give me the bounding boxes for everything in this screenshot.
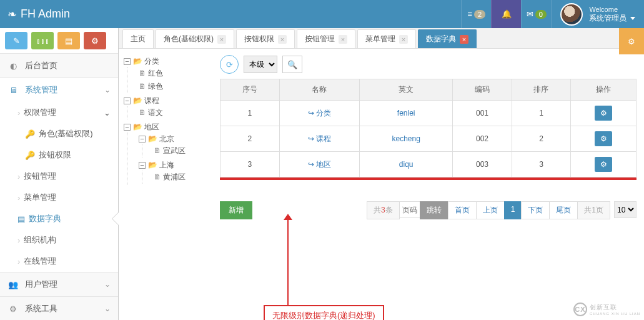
envelope-icon: ✉ xyxy=(527,9,533,19)
sidebar-item-label: 用户管理 xyxy=(25,279,57,290)
brand: ❧ FH Admin xyxy=(7,8,70,21)
row-action-button[interactable]: ⚙ xyxy=(595,131,612,146)
book-icon: ▤ xyxy=(65,36,72,46)
tree-leaf[interactable]: 红色 xyxy=(139,67,207,80)
row-name-link[interactable]: ↪ 分类 xyxy=(308,109,331,118)
pager-first[interactable]: 首页 xyxy=(448,201,477,219)
sidebar-item-home[interactable]: ◐后台首页 xyxy=(0,54,118,78)
tree-node[interactable]: −课程 语文 xyxy=(124,94,207,121)
sidebar-item-users[interactable]: 👥用户管理⌄ xyxy=(0,272,118,296)
close-icon[interactable]: × xyxy=(217,35,226,44)
th: 编码 xyxy=(453,79,512,101)
row-name-link[interactable]: ↪ 地区 xyxy=(308,160,331,169)
close-icon[interactable]: × xyxy=(339,35,347,44)
tab-home[interactable]: 主页 xyxy=(122,29,154,48)
book-icon: ▤ xyxy=(17,214,25,224)
tree-node[interactable]: −分类 红色 绿色 xyxy=(124,55,207,94)
bell-icon: 🔔 xyxy=(502,9,512,19)
tree-leaf[interactable]: 黄浦区 xyxy=(154,171,207,184)
sidebar-item-label: 后台首页 xyxy=(25,60,57,71)
user-menu[interactable]: Welcome 系统管理员 xyxy=(551,0,644,28)
sidebar-item-permissions[interactable]: ›权限管理⌄ xyxy=(0,102,118,123)
add-button[interactable]: 新增 xyxy=(220,201,252,219)
collapse-icon[interactable]: − xyxy=(124,124,131,131)
alerts-button[interactable]: 🔔 xyxy=(491,0,521,28)
key-icon: 🔑 xyxy=(25,151,35,160)
sidebar-item-tools[interactable]: ⚙系统工具⌄ xyxy=(0,297,118,320)
notifications-button[interactable]: ≡ 2 xyxy=(461,0,491,28)
username-text: 系统管理员 xyxy=(589,14,627,22)
page-input[interactable] xyxy=(399,201,420,218)
tree-leaf[interactable]: 宣武区 xyxy=(154,144,207,158)
sidebar-item-label: 角色(基础权限) xyxy=(39,128,93,139)
close-icon[interactable]: × xyxy=(278,35,287,44)
brand-text: FH Admin xyxy=(21,8,70,21)
tab-roles[interactable]: 角色(基础权限)× xyxy=(156,29,234,48)
highlight-bar xyxy=(220,178,637,180)
tab-label: 按钮权限 xyxy=(244,34,274,44)
collapse-icon[interactable]: − xyxy=(139,162,146,169)
page-size-select[interactable]: 10 xyxy=(614,201,637,218)
pager: 共3条 跳转 首页 上页 1 下页 尾页 共1页 10 xyxy=(367,201,637,219)
tree-leaf[interactable]: 语文 xyxy=(139,106,207,119)
row-action-button[interactable]: ⚙ xyxy=(595,106,612,121)
sidebar-item-button-mgmt[interactable]: ›按钮管理 xyxy=(0,166,118,187)
row-en-link[interactable]: kecheng xyxy=(392,134,420,143)
row-en-link[interactable]: fenlei xyxy=(397,109,415,118)
chevron-down-icon: ⌄ xyxy=(104,280,111,289)
sidebar-item-online[interactable]: ›在线管理 xyxy=(0,251,118,272)
top-navbar: ❧ FH Admin ≡ 2 🔔 ✉ 0 Welcome 系统管理员 xyxy=(0,0,644,28)
toolbar-stats[interactable]: ⫾⫾⫾ xyxy=(31,32,54,49)
pager-last[interactable]: 尾页 xyxy=(549,201,578,219)
pager-prev[interactable]: 上页 xyxy=(476,201,505,219)
sidebar-item-label: 在线管理 xyxy=(24,256,56,267)
footer-row: 新增 共3条 跳转 首页 上页 1 下页 尾页 共1页 10 xyxy=(220,201,637,219)
gears-icon: ⚙ xyxy=(91,36,99,46)
tree-node[interactable]: −上海 黄浦区 xyxy=(139,159,207,185)
tree-leaf[interactable]: 绿色 xyxy=(139,80,207,93)
row-name-link[interactable]: ↪ 课程 xyxy=(308,134,331,143)
mail-button[interactable]: ✉ 0 xyxy=(521,0,551,28)
toolbar-edit[interactable]: ✎ xyxy=(5,32,27,49)
work-area: ⟳ 本级 🔍 序号 名称 英文 编码 排序 操作 1 ↪ 分类 fe xyxy=(212,49,644,320)
tab-menu-mgmt[interactable]: 菜单管理× xyxy=(357,29,416,48)
tab-dictionary[interactable]: 数据字典× xyxy=(418,29,477,48)
collapse-icon[interactable]: − xyxy=(124,98,131,104)
level-select[interactable]: 本级 xyxy=(244,56,277,73)
pager-total: 共3条 xyxy=(367,201,400,219)
caret-down-icon xyxy=(630,17,635,20)
tree-node[interactable]: −北京 宣武区 xyxy=(139,132,207,159)
tab-button-mgmt[interactable]: 按钮管理× xyxy=(297,29,355,48)
sidebar-item-system[interactable]: 🖥系统管理⌄ xyxy=(0,78,118,102)
sidebar-item-button-perm[interactable]: 🔑按钮权限 xyxy=(0,144,118,166)
toolbar-gears[interactable]: ⚙ xyxy=(84,32,106,49)
pager-go[interactable]: 跳转 xyxy=(420,201,448,219)
pager-current[interactable]: 1 xyxy=(504,201,522,219)
sidebar-item-menu-mgmt[interactable]: ›菜单管理 xyxy=(0,187,118,208)
users-icon: 👥 xyxy=(7,280,19,289)
tab-label: 数据字典 xyxy=(426,34,456,44)
collapse-icon[interactable]: − xyxy=(124,58,131,65)
sidebar-item-org[interactable]: ›组织机构 xyxy=(0,229,118,251)
sidebar-item-dictionary[interactable]: ▤数据字典 xyxy=(0,208,118,229)
close-icon[interactable]: × xyxy=(460,35,468,44)
filter-row: ⟳ 本级 🔍 xyxy=(220,55,637,74)
gear-icon: ⚙ xyxy=(600,160,607,169)
tab-button-perm[interactable]: 按钮权限× xyxy=(236,29,295,48)
tab-label: 主页 xyxy=(131,34,146,44)
sidebar-menu: ◐后台首页 🖥系统管理⌄ ›权限管理⌄ 🔑角色(基础权限) 🔑按钮权限 ›按钮管… xyxy=(0,54,118,320)
row-action-button[interactable]: ⚙ xyxy=(595,157,612,172)
refresh-button[interactable]: ⟳ xyxy=(220,55,239,74)
collapse-icon[interactable]: − xyxy=(139,136,146,142)
close-icon[interactable]: × xyxy=(399,35,408,44)
search-button[interactable]: 🔍 xyxy=(282,56,302,73)
tree-node[interactable]: −地区 −北京 宣武区 −上海 黄浦区 xyxy=(124,121,207,186)
refresh-icon: ⟳ xyxy=(226,60,233,69)
pager-next[interactable]: 下页 xyxy=(521,201,550,219)
row-en-link[interactable]: diqu xyxy=(399,160,414,169)
gear-icon: ⚙ xyxy=(628,37,635,46)
sidebar-item-roles[interactable]: 🔑角色(基础权限) xyxy=(0,123,118,144)
toolbar-book[interactable]: ▤ xyxy=(57,32,80,49)
pencil-icon: ✎ xyxy=(13,36,20,46)
sidebar-item-label: 系统工具 xyxy=(25,303,57,314)
